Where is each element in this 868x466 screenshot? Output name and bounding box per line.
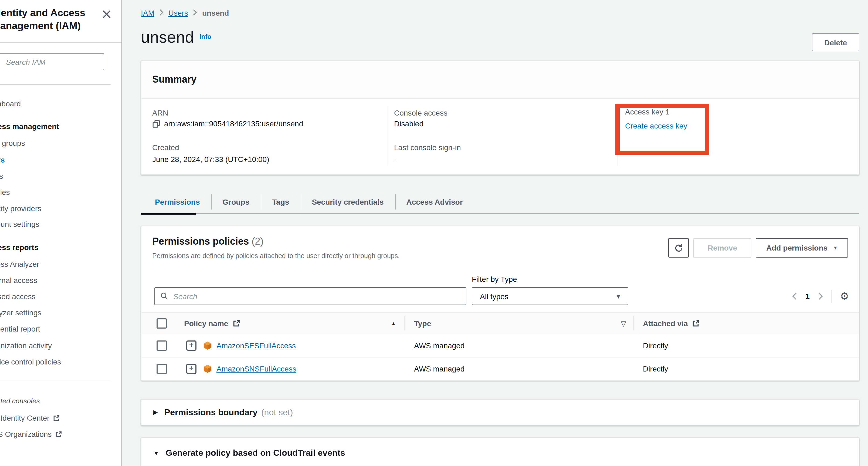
iam-console-page: Identity and Access Management (IAM) Das… [0,0,868,466]
sidebar-item-organization-activity[interactable]: Organization activity [0,341,52,350]
sidebar-item-users[interactable]: Users [0,156,5,164]
sidebar-item-roles[interactable]: Roles [0,172,3,180]
row-checkbox[interactable] [157,340,167,351]
breadcrumb-chevron-icon [193,9,197,17]
sidebar-item-analyzer-settings[interactable]: Analyzer settings [0,308,41,317]
delete-button[interactable]: Delete [812,33,859,51]
policies-table: Policy name ▲ Type ▽ Attached via + [142,312,859,381]
summary-card: Summary ARN arn:aws:iam::905418462135:us… [141,60,859,175]
last-signin-label: Last console sign-in [394,143,461,152]
filter-by-type-label: Filter by Type [472,275,517,283]
sidebar-item-account-settings[interactable]: Account settings [0,220,39,228]
policy-count: (2) [252,236,264,247]
type-filter-select[interactable]: All types ▼ [472,287,628,305]
table-row: + AmazonSESFullAccess AWS managed Direct… [142,334,859,358]
tab-tags[interactable]: Tags [261,190,301,214]
expand-row-icon[interactable]: + [186,364,196,374]
breadcrumb-iam-link[interactable]: IAM [141,9,154,17]
sidebar-item-aws-organizations[interactable]: AWS Organizations [0,430,62,439]
page-number[interactable]: 1 [805,291,810,301]
sidebar-item-service-control-policies[interactable]: Service control policies [0,358,61,366]
policy-name-link[interactable]: AmazonSESFullAccess [216,341,296,350]
info-link[interactable]: Info [199,33,211,40]
policy-search [154,287,466,305]
pagination: 1 ⚙ [792,287,849,305]
permissions-boundary-title: Permissions boundary [164,407,257,417]
summary-header: Summary [142,61,859,99]
permissions-policies-description: Permissions are defined by policies atta… [152,252,400,260]
managed-policy-icon [203,341,212,350]
tab-access-advisor[interactable]: Access Advisor [395,190,474,214]
generate-policy-card: ▼ Generate policy based on CloudTrail ev… [141,437,859,466]
sort-ascending-icon[interactable]: ▲ [391,320,396,326]
caret-right-icon: ▶ [153,409,158,416]
breadcrumb-users-link[interactable]: Users [168,9,188,17]
sidebar-item-user-groups[interactable]: User groups [0,139,25,147]
column-header-policy-name[interactable]: Policy name [184,319,240,328]
remove-button[interactable]: Remove [693,238,752,257]
table-row: + AmazonSNSFullAccess AWS managed Direct… [142,358,859,381]
external-link-icon [232,319,240,327]
created-label: Created [152,143,179,152]
console-access-label: Console access [394,108,447,117]
breadcrumb: IAM Users unsend [141,9,229,17]
caret-down-icon: ▼ [833,245,838,251]
select-all-checkbox[interactable] [157,318,167,328]
policy-type: AWS managed [414,365,465,373]
attached-via: Directly [643,341,668,350]
sidebar-item-iam-identity-center[interactable]: IAM Identity Center [0,414,60,423]
policy-name-link[interactable]: AmazonSNSFullAccess [216,365,296,373]
divider [388,106,388,166]
caret-down-icon: ▼ [615,293,621,300]
column-header-type[interactable]: Type [414,319,431,328]
external-link-icon [53,415,60,423]
attached-via: Directly [643,365,668,373]
sidebar-item-dashboard[interactable]: Dashboard [0,99,21,108]
divider [831,290,832,303]
sidebar-item-external-access[interactable]: External access [0,276,37,285]
previous-page-button[interactable] [792,292,797,300]
divider [0,84,111,85]
search-icon [160,292,168,300]
generate-policy-header[interactable]: ▼ Generate policy based on CloudTrail ev… [142,438,859,466]
filter-caret-icon[interactable]: ▽ [621,319,626,327]
search-iam-input[interactable] [0,54,104,70]
expand-row-icon[interactable]: + [186,340,196,351]
sidebar-section-access-reports: Access reports [0,243,38,252]
permissions-boundary-status: (not set) [261,407,293,417]
copy-icon[interactable] [152,120,160,128]
access-key-label: Access key 1 [625,107,670,116]
close-icon[interactable] [102,10,112,20]
iam-sidebar: Identity and Access Management (IAM) Das… [0,0,122,466]
summary-title: Summary [142,61,859,98]
created-value: June 28, 2024, 07:33 (UTC+10:00) [152,155,269,164]
sidebar-item-identity-providers[interactable]: Identity providers [0,204,41,213]
sidebar-item-access-analyzer[interactable]: Access Analyzer [0,260,39,268]
refresh-button[interactable] [668,238,689,257]
divider [404,316,405,331]
sidebar-item-credential-report[interactable]: Credential report [0,324,40,333]
gear-icon[interactable]: ⚙ [840,291,849,301]
row-checkbox[interactable] [157,364,167,374]
sidebar-item-policies[interactable]: Policies [0,188,10,196]
add-permissions-button[interactable]: Add permissions ▼ [756,238,848,257]
divider [633,316,634,331]
sidebar-item-unused-access[interactable]: Unused access [0,292,35,301]
breadcrumb-chevron-icon [159,9,163,17]
arn-label: ARN [152,108,168,117]
tab-groups[interactable]: Groups [211,190,261,214]
tab-security-credentials[interactable]: Security credentials [301,190,395,214]
external-link-icon [692,319,700,327]
breadcrumb-current: unsend [202,9,229,17]
next-page-button[interactable] [818,292,823,300]
create-access-key-link[interactable]: Create access key [625,122,687,130]
permissions-boundary-header[interactable]: ▶ Permissions boundary (not set) [142,400,859,425]
policy-search-input[interactable] [154,287,466,305]
caret-down-icon: ▼ [153,450,159,456]
page-title: unsendInfo [141,28,211,46]
sidebar-section-access-management: Access management [0,122,59,131]
user-detail-tabs: Permissions Groups Tags Security credent… [141,190,859,215]
column-header-attached-via[interactable]: Attached via [643,319,700,328]
generate-policy-title: Generate policy based on CloudTrail even… [166,448,345,458]
tab-permissions[interactable]: Permissions [141,190,211,214]
